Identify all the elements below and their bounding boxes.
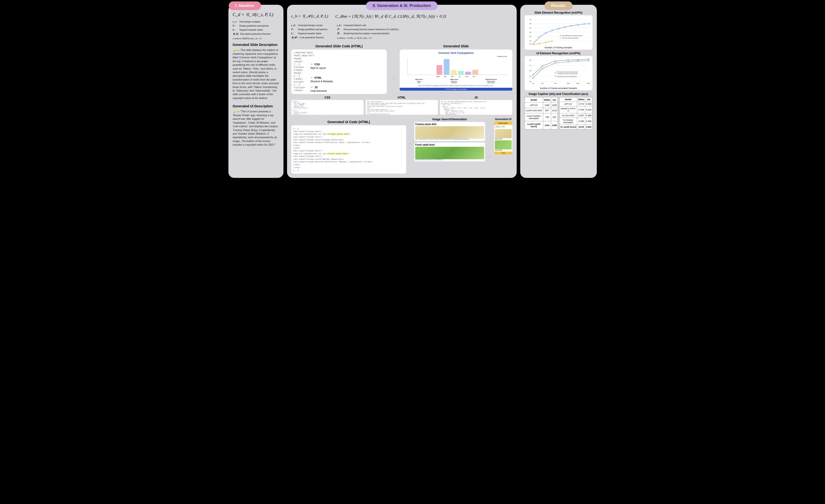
results-pill: Results — [544, 1, 573, 10]
generated-slide: Common Verb Conjugations ▫ Frequency of … — [400, 50, 512, 91]
svg-point-18 — [564, 26, 565, 27]
slide-code-title: Generated Slide Code (HTML) — [291, 44, 387, 48]
svg-point-52 — [542, 68, 543, 69]
svg-point-14 — [539, 37, 540, 38]
svg-text:50: 50 — [532, 83, 533, 84]
html-code: <div class="container"> <div class="head… — [366, 100, 438, 115]
ui-code-title: Generated UI Code (HTML) — [291, 120, 406, 124]
svg-text:Human-annotated slides: Human-annotated slides — [562, 37, 578, 39]
slide-code-box: ← CSSStyle & Layout ← HTMLStructure & Me… — [291, 50, 387, 94]
slide-desc-text: 💡 — This slide displays the subject of m… — [233, 48, 279, 100]
gen-ui-title: Generated UI — [494, 117, 512, 120]
arrow-right-icon: → — [391, 77, 395, 81]
gen-legend-left: c_d :Generated design concept P :Design … — [291, 23, 327, 40]
svg-point-45 — [532, 74, 533, 75]
gen-legend-right: c_h :Generated labeled code ℱ :Post-proc… — [337, 23, 399, 40]
arrow-right-icon: → — [488, 155, 491, 158]
svg-point-32 — [560, 35, 561, 36]
svg-point-21 — [583, 23, 584, 24]
svg-point-15 — [545, 32, 546, 33]
svg-point-55 — [577, 61, 578, 62]
svg-point-17 — [558, 28, 559, 29]
svg-text:1500: 1500 — [567, 83, 570, 84]
svg-text:3500: 3500 — [587, 83, 590, 84]
acc-table: ModelSlidesUIsGPT-4V0.7720.598Gemini-1.0… — [559, 97, 593, 130]
css-code: .header { font-size: 32px; color: #334E6… — [291, 100, 364, 115]
svg-point-48 — [568, 60, 568, 61]
ideation-legend: c_s :Seed design examples P :Design guid… — [233, 20, 279, 40]
generation-panel: II. Generation & III. Production c_h = 𝒢… — [287, 5, 517, 178]
slide-desc-title: Generated Slide Description — [233, 43, 279, 47]
svg-point-22 — [589, 23, 590, 24]
svg-point-19 — [571, 25, 572, 26]
pasta-image — [415, 126, 484, 139]
svg-text:+ Finetuned human-annotated UI: + Finetuned human-annotated UIs — [556, 73, 578, 74]
svg-point-66 — [555, 76, 556, 77]
chart1-title: Slide Element Recognition (mAP%) — [525, 11, 593, 14]
slide-bar-chart — [407, 58, 507, 75]
generation-pill: II. Generation & III. Production — [366, 1, 438, 10]
phone-mockup: Recipe Finder Vegetarian<30m Creamy Past… — [494, 121, 512, 155]
svg-point-25 — [545, 42, 546, 43]
results-panel: Results Slide Element Recognition (mAP%)… — [520, 5, 597, 178]
svg-text:Pretrained synthetically-annot: Pretrained synthetically-annotated — [556, 71, 578, 73]
svg-text:60: 60 — [529, 27, 531, 29]
svg-text:65: 65 — [529, 23, 531, 24]
gen-slide-title: Generated Slide — [400, 44, 512, 48]
code-triple: CSS.header { font-size: 32px; color: #33… — [291, 96, 512, 115]
svg-point-54 — [568, 61, 568, 62]
svg-text:45: 45 — [529, 40, 531, 41]
svg-point-23 — [532, 44, 533, 45]
legend-text: Synthetically-annotated-slides — [562, 35, 582, 36]
ui-desc-title: Generated UI Description — [233, 104, 279, 108]
svg-text:55: 55 — [529, 31, 531, 33]
tables-title: Image Caption (elo) and Classification (… — [525, 92, 593, 96]
svg-point-26 — [551, 40, 552, 41]
ui-code-box: [...]<div class="recipe-card"> <img src=… — [291, 125, 406, 174]
chart1: 70656055504540 10003000500070009000 Synt… — [525, 15, 593, 50]
svg-text:250: 250 — [541, 83, 543, 84]
svg-text:Finetuned human-annotated UIs: Finetuned human-annotated UIs — [556, 76, 577, 77]
svg-point-49 — [577, 59, 578, 60]
svg-point-46 — [542, 66, 543, 67]
svg-text:70: 70 — [529, 19, 531, 20]
svg-point-63 — [555, 72, 556, 73]
chart2: 8070605040 50250750150022503500 Pretrain… — [525, 56, 593, 90]
svg-text:80: 80 — [529, 59, 531, 61]
img-search-item: Fresh salad bowl https://le-cdn.hibuwebs… — [414, 143, 485, 162]
svg-text:50: 50 — [529, 75, 531, 77]
svg-text:50: 50 — [529, 35, 531, 37]
svg-text:750: 750 — [554, 83, 556, 84]
gen-formula-1: c_h = 𝒢_ℋ(c_d, P, L) — [291, 14, 328, 19]
ideation-pill: I. Ideation — [229, 1, 261, 10]
svg-point-47 — [555, 61, 556, 62]
slide-table: Plain FormTaberuKiku-Masu FormTabemasuKi… — [401, 79, 510, 83]
svg-text:70: 70 — [529, 65, 531, 66]
elo-table: ModelSlidesUIsGPT-4V12061235LLaVA-zero-s… — [525, 97, 558, 130]
js-code: var ctx = document.getElementById('bar-c… — [440, 100, 512, 115]
figure-container: I. Ideation C_d = 𝒢_𝒟(c_s, P, L) c_s :Se… — [228, 5, 597, 178]
arrow-right-icon: → — [408, 142, 412, 146]
svg-point-24 — [539, 43, 540, 44]
ideation-formula: C_d = 𝒢_𝒟(c_s, P, L) — [233, 12, 279, 17]
bulb-icon: 💡 — [233, 110, 236, 113]
svg-text:60: 60 — [529, 70, 531, 72]
svg-point-50 — [588, 59, 589, 60]
svg-point-56 — [588, 60, 589, 61]
ui-generation-row: Generated UI Code (HTML) [...]<div class… — [291, 117, 512, 174]
svg-text:40: 40 — [529, 81, 531, 82]
bulb-icon: 💡 — [233, 48, 236, 52]
arrow-left-icon: ← — [408, 146, 412, 150]
results-tables: ModelSlidesUIsGPT-4V12061235LLaVA-zero-s… — [525, 97, 593, 130]
img-search-title: Image Search/Generation — [414, 117, 485, 121]
ideation-panel: I. Ideation C_d = 𝒢_𝒟(c_s, P, L) c_s :Se… — [228, 5, 284, 178]
ui-desc-text: 💡 — "The UI screen presents a 'Recipe Fi… — [233, 109, 279, 147]
svg-point-33 — [560, 37, 561, 38]
chart2-title: UI Element Recognition (mAP%) — [525, 52, 593, 55]
svg-text:40: 40 — [529, 43, 531, 45]
svg-text:2250: 2250 — [576, 83, 579, 84]
svg-point-51 — [532, 78, 533, 79]
svg-point-53 — [555, 62, 556, 63]
svg-point-16 — [551, 30, 552, 31]
img-search-item: Creamy pasta dish https://www.allrecipes… — [414, 122, 485, 141]
